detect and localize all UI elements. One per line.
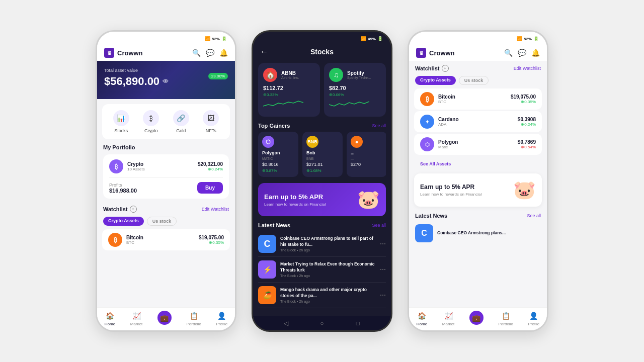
portfolio-item-crypto: ₿ Crypto 10 Assets <box>109 159 145 173</box>
android-recents-2[interactable]: □ <box>354 319 362 327</box>
btc-info-3: Bitcoin BTC <box>438 94 455 104</box>
nav-portfolio-btn-1[interactable]: 💼 <box>157 311 172 326</box>
hero-label-1: Total asset value <box>104 68 228 73</box>
stocks-header: ← Stocks <box>253 44 391 60</box>
news-item-2[interactable]: ⚡ Market Trying to Relax Even though Eco… <box>258 257 386 283</box>
nav-portfolio-btn-3[interactable]: 💼 <box>469 311 484 326</box>
phone1-content: ♛ Crowwn 🔍 💬 🔔 Total asset value $56,890… <box>97 44 235 330</box>
news-dots-1[interactable]: ⋯ <box>380 240 386 247</box>
gainers-section: Top Gainers See all ⬡ Polygon MATIC $0.8… <box>253 120 391 180</box>
spotify-logo: ♫ <box>329 68 343 82</box>
watchlist-tabs-1: Crypto Assets Us stock <box>97 215 235 228</box>
watchlist-title-3: Watchlist + <box>415 65 449 72</box>
home-icon-3: 🏠 <box>417 311 427 321</box>
nav-profile-1[interactable]: 👤 Profile <box>216 311 227 326</box>
tab-crypto-assets-1[interactable]: Crypto Assets <box>103 217 144 226</box>
gainers-see-all[interactable]: See all <box>372 123 386 128</box>
search-icon-1[interactable]: 🔍 <box>192 49 201 57</box>
news-text-3: Mango hack drama and other major crypto … <box>280 287 376 303</box>
phone3: 📶 52% 🔋 ♛ Crowwn 🔍 💬 🔔 <box>408 30 548 332</box>
status-icons-3: 📶 52% 🔋 <box>517 36 539 41</box>
portfolio-icon-3: 💼 <box>469 311 484 325</box>
android-home-2[interactable]: ○ <box>318 319 326 327</box>
news-section-2: Latest News See all C Coinbase CEO Armst… <box>253 219 391 311</box>
portfolio-row-1: ₿ Crypto 10 Assets $20,321.00 ⊕0.24% <box>109 159 223 173</box>
buy-button[interactable]: Buy <box>197 182 223 194</box>
spotify-info: Spotify Spotify Techn... <box>347 70 371 79</box>
news-header-3: Latest News See all <box>415 213 541 219</box>
tab-crypto-3[interactable]: Crypto Assets <box>415 76 456 85</box>
logo-icon-1: ♛ <box>104 48 114 58</box>
message-icon-1[interactable]: 💬 <box>206 49 214 57</box>
apr-card-3[interactable]: Earn up to 5% APR Learn how to rewards o… <box>414 173 542 207</box>
back-button[interactable]: ← <box>260 47 268 56</box>
stock-card-spotify[interactable]: ♫ Spotify Spotify Techn... $82.70 ⊕0.06% <box>324 63 386 117</box>
portfolio-card-1: ₿ Crypto 10 Assets $20,321.00 ⊕0.24% <box>103 154 229 199</box>
nav-profile-3[interactable]: 👤 Profile <box>528 311 539 326</box>
edit-watchlist-3[interactable]: Edit Watchlist <box>514 66 541 71</box>
ada-values-3: $0,3908 ⊕0.24% <box>518 117 536 127</box>
gainer-polygon[interactable]: ⬡ Polygon MATIC $0.8016 ⊕5.87% <box>258 132 298 177</box>
add-watchlist-icon[interactable]: + <box>130 206 137 213</box>
news-item-3-1[interactable]: C Coinbase CEO Armstrong plans... <box>415 222 541 245</box>
list-icon-3: 📋 <box>501 311 511 321</box>
news-dots-3[interactable]: ⋯ <box>380 292 386 299</box>
market-icon-1: 📈 <box>131 311 141 321</box>
news-see-all-3[interactable]: See all <box>527 213 541 218</box>
apr-card-text-3: Earn up to 5% APR Learn how to rewards o… <box>420 184 481 197</box>
qa-nfts[interactable]: 🖼 NFTs <box>203 110 219 133</box>
ada-icon-3: ✦ <box>420 115 434 129</box>
news-item-3[interactable]: 🥭 Mango hack drama and other major crypt… <box>258 283 386 308</box>
bell-icon-1[interactable]: 🔔 <box>219 49 228 57</box>
watch-item-bitcoin-1: ₿ Bitcoin BTC $19,075.00 ⊕0.35% <box>102 229 230 250</box>
news-item-1[interactable]: C Coinbase CEO Armstrong plans to sell p… <box>258 231 386 257</box>
message-icon-3[interactable]: 💬 <box>518 49 526 57</box>
search-icon-3[interactable]: 🔍 <box>504 49 513 57</box>
gainer-bnb[interactable]: BNB Bnb BNB $271.01 ⊕1.68% <box>302 132 343 177</box>
bottom-nav-3: 🏠 Home 📈 Market 💼 📋 Portfolio 👤 Profile <box>409 307 547 330</box>
see-all-assets-link[interactable]: See All Assets <box>414 159 457 168</box>
gainer-other[interactable]: ● ... ... $270 <box>347 132 386 177</box>
android-nav-2: ◁ ○ □ <box>253 316 391 330</box>
news-dots-2[interactable]: ⋯ <box>380 266 386 273</box>
nav-market-1[interactable]: 📈 Market <box>130 311 142 326</box>
edit-watchlist-1[interactable]: Edit Watchlist <box>202 207 229 212</box>
qa-gold[interactable]: 🔗 Gold <box>173 110 189 133</box>
header-icons-1: 🔍 💬 🔔 <box>192 49 228 57</box>
apr-banner-2[interactable]: Earn up to 5% APR Learn how to rewards o… <box>258 183 386 216</box>
news-3-thumb: C <box>415 224 433 242</box>
hero-badge-1: 23.00% <box>208 73 228 79</box>
phone2: 📶 49% 🔋 ← Stocks 🏠 ABNB Airbn <box>252 30 392 332</box>
nav-market-3[interactable]: 📈 Market <box>442 311 454 326</box>
qa-stocks[interactable]: 📊 Stocks <box>113 110 129 133</box>
news-header-2: Latest News See all <box>258 222 386 228</box>
nav-home-1[interactable]: 🏠 Home <box>105 311 115 326</box>
phone2-content: ← Stocks 🏠 ABNB Airbnb, Inc. $112.72 ⊕0.… <box>253 44 391 330</box>
nav-portfolio-3[interactable]: 📋 Portfolio <box>498 311 513 326</box>
eye-icon-1[interactable]: 👁 <box>163 78 169 85</box>
spotify-header: ♫ Spotify Spotify Techn... <box>329 68 381 82</box>
btc-values-3: $19,075.00 ⊕0.35% <box>511 94 536 104</box>
quick-actions-1: 📊 Stocks ₿ Crypto 🔗 Gold 🖼 NFTs <box>102 104 230 139</box>
tab-us-3[interactable]: Us stock <box>459 76 489 85</box>
stock-card-abnb[interactable]: 🏠 ABNB Airbnb, Inc. $112.72 ⊕0.33% <box>258 63 320 117</box>
watch-item-polygon-3: ⬡ Polygon Matic $0,7869 ⊕0.54% <box>414 134 542 155</box>
list-icon-1: 📋 <box>189 311 199 321</box>
watchlist-tabs-3: Crypto Assets Us stock <box>409 74 547 87</box>
status-icons-1: 📶 52% 🔋 <box>205 36 227 41</box>
abnb-header: 🏠 ABNB Airbnb, Inc. <box>263 68 315 82</box>
news-see-all-2[interactable]: See all <box>372 223 386 228</box>
bitcoin-icon-1: ₿ <box>108 233 122 247</box>
add-watchlist-icon-3[interactable]: + <box>442 65 449 72</box>
app-header-3: ♛ Crowwn 🔍 💬 🔔 <box>409 44 547 61</box>
stocks-title: Stocks <box>310 48 334 56</box>
portfolio-title-1: My Portfolio <box>103 144 229 150</box>
android-back-2[interactable]: ◁ <box>282 319 290 327</box>
nav-portfolio-1[interactable]: 📋 Portfolio <box>186 311 201 326</box>
nav-home-3[interactable]: 🏠 Home <box>417 311 427 326</box>
news-section-3: Latest News See all C Coinbase CEO Armst… <box>409 210 547 246</box>
qa-crypto[interactable]: ₿ Crypto <box>143 110 159 133</box>
tab-us-stock-1[interactable]: Us stock <box>147 217 177 226</box>
bell-icon-3[interactable]: 🔔 <box>531 49 540 57</box>
spotify-sparkline <box>329 97 369 110</box>
